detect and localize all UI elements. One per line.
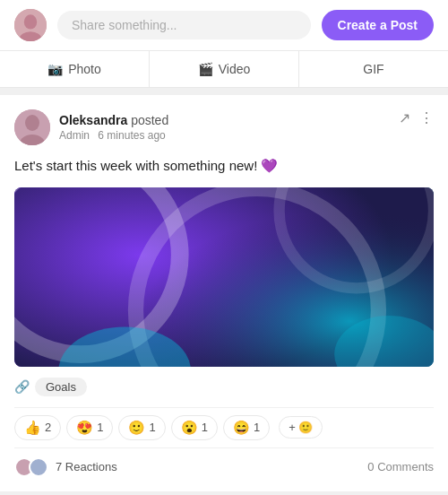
post-user-info: Oleksandra posted Admin 6 minutes ago	[59, 113, 168, 142]
smile-emoji: 🙂	[128, 420, 145, 436]
share-icon[interactable]: ↗	[399, 109, 410, 126]
post-text: Let's start this week with something new…	[14, 156, 434, 177]
wow-count: 1	[202, 421, 208, 434]
add-reaction-button[interactable]: + 🙂	[279, 416, 323, 439]
tab-video[interactable]: 🎬 Video	[150, 51, 299, 87]
thumbsup-emoji: 👍	[24, 420, 41, 436]
svg-point-1	[24, 14, 37, 29]
wow-emoji: 😮	[181, 420, 198, 436]
current-user-avatar	[14, 9, 47, 41]
post-footer: 7 Reactions 0 Comments	[14, 457, 434, 477]
tab-photo[interactable]: 📷 Photo	[0, 51, 150, 87]
media-tabs: 📷 Photo 🎬 Video GIF	[0, 51, 448, 88]
more-options-icon[interactable]: ⋮	[419, 109, 434, 126]
post-tag: 🔗 Goals	[14, 378, 434, 396]
post-user: Oleksandra posted Admin 6 minutes ago	[14, 109, 168, 145]
reaction-laugh[interactable]: 😄 1	[223, 415, 270, 440]
post-user-name: Oleksandra posted	[59, 113, 168, 127]
reaction-smile[interactable]: 🙂 1	[118, 415, 165, 440]
reaction-heart-eyes[interactable]: 😍 1	[66, 415, 113, 440]
footer-avatars	[14, 457, 48, 477]
reactions-summary: 7 Reactions	[56, 460, 117, 473]
reaction-wow[interactable]: 😮 1	[171, 415, 218, 440]
post-role: Admin	[59, 129, 90, 142]
top-bar: Share something... Create a Post	[0, 0, 448, 51]
tag-label[interactable]: Goals	[35, 378, 87, 396]
smile-count: 1	[149, 421, 155, 434]
heart-eyes-count: 1	[97, 421, 103, 434]
post-meta: Admin 6 minutes ago	[59, 129, 168, 142]
post-image-inner	[14, 187, 434, 367]
tab-gif-label: GIF	[363, 62, 383, 76]
tab-photo-label: Photo	[68, 62, 101, 76]
post-image	[14, 187, 434, 367]
post-time: 6 minutes ago	[98, 129, 165, 142]
svg-point-4	[25, 115, 39, 131]
tab-video-label: Video	[219, 62, 251, 76]
post-card: Oleksandra posted Admin 6 minutes ago ↗ …	[0, 95, 448, 491]
video-icon: 🎬	[198, 62, 213, 76]
share-input[interactable]: Share something...	[57, 11, 311, 39]
thumbsup-count: 2	[45, 421, 51, 434]
reactions-row: 👍 2 😍 1 🙂 1 😮 1 😄 1 + 🙂	[14, 407, 434, 448]
post-header: Oleksandra posted Admin 6 minutes ago ↗ …	[14, 109, 434, 145]
laugh-count: 1	[254, 421, 260, 434]
create-post-button[interactable]: Create a Post	[322, 10, 434, 40]
footer-left: 7 Reactions	[14, 457, 117, 477]
footer-avatar-2	[29, 457, 48, 477]
post-avatar	[14, 109, 50, 145]
post-actions: ↗ ⋮	[399, 109, 434, 126]
tab-gif[interactable]: GIF	[299, 51, 448, 87]
reaction-thumbsup[interactable]: 👍 2	[14, 415, 61, 440]
photo-icon: 📷	[47, 62, 63, 76]
laugh-emoji: 😄	[233, 420, 250, 436]
heart-eyes-emoji: 😍	[76, 420, 93, 436]
tag-icon: 🔗	[14, 379, 30, 394]
comments-count: 0 Comments	[367, 460, 434, 473]
